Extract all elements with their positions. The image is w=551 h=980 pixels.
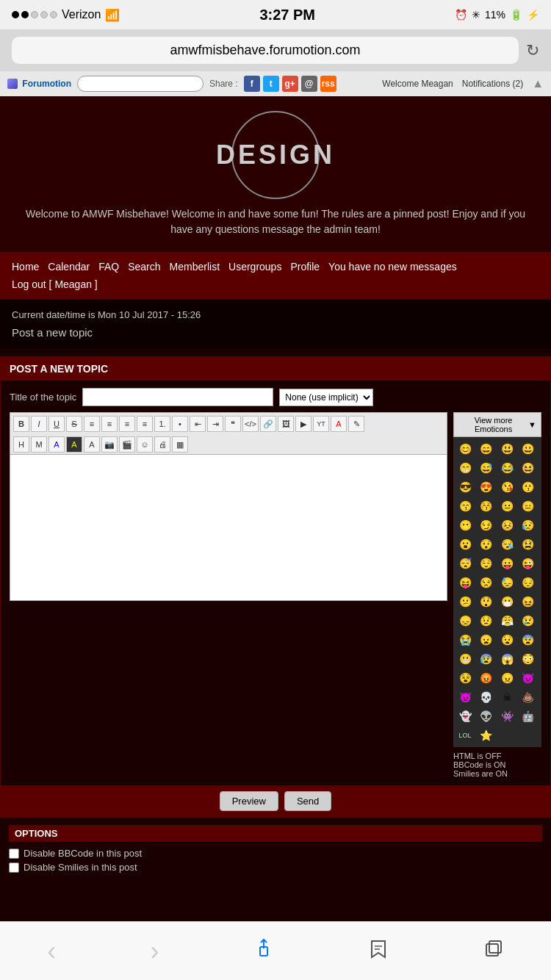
emoticon-7[interactable]: 😂: [498, 459, 516, 477]
forumotion-search-input[interactable]: [77, 76, 204, 92]
emoticon-28[interactable]: 😜: [519, 555, 537, 572]
googleplus-share-icon[interactable]: g+: [282, 76, 298, 92]
emoticon-33[interactable]: 😕: [456, 593, 474, 610]
italic-button[interactable]: I: [31, 416, 47, 432]
align-justify-button[interactable]: ≡: [137, 416, 153, 432]
tabs-button[interactable]: [483, 938, 504, 949]
nav-calendar[interactable]: Calendar: [45, 259, 93, 274]
topic-title-input[interactable]: [82, 388, 273, 406]
link-button[interactable]: 🔗: [260, 416, 276, 432]
refresh-button[interactable]: ↻: [526, 41, 539, 60]
emoticon-10[interactable]: 😍: [478, 478, 495, 496]
emoticon-20[interactable]: 😥: [519, 516, 537, 534]
emoticon-2[interactable]: 😄: [478, 440, 495, 458]
nav-home[interactable]: Home: [9, 259, 42, 274]
image-button[interactable]: 🖼: [278, 416, 294, 432]
emoticon-48[interactable]: 😳: [519, 650, 537, 668]
preview-button[interactable]: Preview: [220, 791, 278, 811]
strikethrough-button[interactable]: S: [66, 416, 82, 432]
emoticon-19[interactable]: 😣: [498, 516, 516, 534]
nav-no-new-messages[interactable]: You have no new messages: [325, 259, 460, 274]
emoticon-32[interactable]: 😔: [519, 574, 537, 591]
upload-icon[interactable]: ▲: [532, 77, 544, 90]
emoticon-14[interactable]: 😚: [478, 497, 495, 515]
emoticon-8[interactable]: 😆: [519, 459, 537, 477]
code-button[interactable]: </>: [242, 416, 259, 432]
emoticon-46[interactable]: 😰: [478, 650, 495, 668]
emoticon-30[interactable]: 😒: [478, 574, 495, 591]
emoticon-lol[interactable]: LOL: [456, 727, 474, 744]
emoticon-58[interactable]: 👽: [478, 707, 495, 725]
emoticon-52[interactable]: 😈: [519, 669, 537, 687]
emoticon-54[interactable]: 💀: [478, 688, 495, 706]
emoticon-43[interactable]: 😧: [498, 631, 516, 649]
nav-search[interactable]: Search: [125, 259, 163, 274]
url-bar[interactable]: amwfmisbehave.forumotion.com: [12, 37, 519, 64]
emoticon-37[interactable]: 😞: [456, 612, 474, 630]
print-button[interactable]: 🖨: [154, 436, 170, 453]
emoticon-51[interactable]: 😠: [498, 669, 516, 687]
unordered-list-button[interactable]: •: [172, 416, 188, 432]
table-button[interactable]: ▦: [172, 436, 188, 453]
emoticon-17[interactable]: 😶: [456, 516, 474, 534]
emoticon-13[interactable]: 😙: [456, 497, 474, 515]
emoticon-38[interactable]: 😟: [478, 612, 495, 630]
pen-button[interactable]: ✎: [348, 416, 364, 432]
emoticon-9[interactable]: 😎: [456, 478, 474, 496]
twitter-share-icon[interactable]: t: [263, 76, 279, 92]
emoticon-star[interactable]: ⭐: [478, 727, 495, 744]
emoticon-60[interactable]: 🤖: [519, 707, 537, 725]
facebook-share-icon[interactable]: f: [244, 76, 260, 92]
insert-image-button[interactable]: 📷: [101, 436, 118, 453]
emoticon-34[interactable]: 😲: [478, 593, 495, 610]
post-body-textarea[interactable]: [10, 454, 447, 601]
emoticon-23[interactable]: 😪: [498, 536, 516, 553]
emoticon-4[interactable]: 😀: [519, 440, 537, 458]
emoticon-6[interactable]: 😅: [478, 459, 495, 477]
emoticon-11[interactable]: 😘: [498, 478, 516, 496]
forward-button[interactable]: ›: [151, 936, 159, 950]
emoticon-5[interactable]: 😁: [456, 459, 474, 477]
insert-media-button[interactable]: 🎬: [119, 436, 135, 453]
underline-button[interactable]: U: [48, 416, 65, 432]
emoticon-31[interactable]: 😓: [498, 574, 516, 591]
emoticon-44[interactable]: 😨: [519, 631, 537, 649]
insert-smiley-button[interactable]: ☺: [137, 436, 153, 453]
emoticon-21[interactable]: 😮: [456, 536, 474, 553]
font-color-button[interactable]: A: [48, 436, 65, 453]
emoticon-12[interactable]: 😗: [519, 478, 537, 496]
mark-button[interactable]: M: [31, 436, 47, 453]
emoticon-27[interactable]: 😛: [498, 555, 516, 572]
emoticon-41[interactable]: 😭: [456, 631, 474, 649]
view-more-emoticons-button[interactable]: View more Emoticons ▼: [453, 412, 541, 437]
bold-button[interactable]: B: [13, 416, 29, 432]
emoticon-16[interactable]: 😑: [519, 497, 537, 515]
disable-smilies-checkbox[interactable]: [9, 862, 19, 873]
share-button[interactable]: [253, 938, 274, 949]
emoticon-56[interactable]: 💩: [519, 688, 537, 706]
nav-profile[interactable]: Profile: [287, 259, 323, 274]
emoticon-22[interactable]: 😯: [478, 536, 495, 553]
nav-memberlist[interactable]: Memberlist: [167, 259, 223, 274]
emoticon-3[interactable]: 😃: [498, 440, 516, 458]
emoticon-24[interactable]: 😫: [519, 536, 537, 553]
emoticon-59[interactable]: 👾: [498, 707, 516, 725]
emoticon-35[interactable]: 😷: [498, 593, 516, 610]
nav-faq[interactable]: FAQ: [96, 259, 122, 274]
bookmarks-button[interactable]: [368, 938, 389, 949]
nav-logout[interactable]: Log out [ Meagan ]: [9, 277, 101, 292]
emoticon-36[interactable]: 😖: [519, 593, 537, 610]
nav-usergroups[interactable]: Usergroups: [226, 259, 284, 274]
emoticon-42[interactable]: 😦: [478, 631, 495, 649]
emoticon-49[interactable]: 😵: [456, 669, 474, 687]
emoticon-57[interactable]: 👻: [456, 707, 474, 725]
back-button[interactable]: ‹: [47, 936, 56, 950]
emoticon-50[interactable]: 😡: [478, 669, 495, 687]
email-share-icon[interactable]: @: [301, 76, 317, 92]
font-size-button[interactable]: A: [84, 436, 100, 453]
emoticon-15[interactable]: 😐: [498, 497, 516, 515]
emoticon-45[interactable]: 😬: [456, 650, 474, 668]
rss-share-icon[interactable]: rss: [320, 76, 336, 92]
post-new-topic-link[interactable]: Post a new topic: [12, 326, 539, 339]
topic-type-select[interactable]: None (use implicit): [279, 389, 373, 406]
